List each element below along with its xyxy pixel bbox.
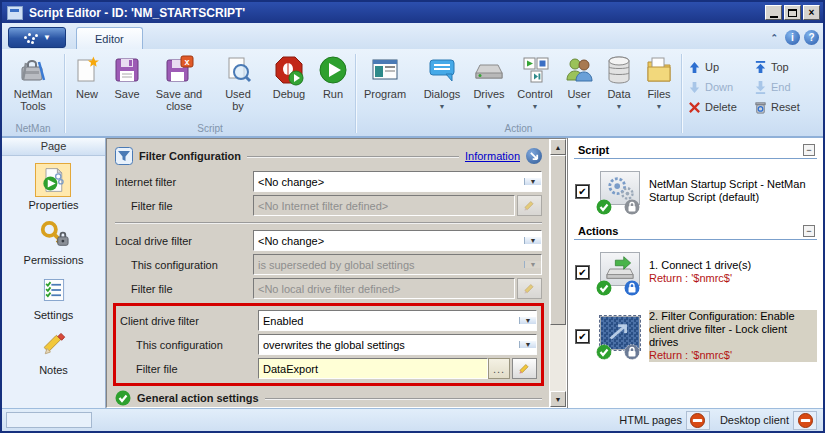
local-filter-file-row: Filter file <No local drive filter defin…	[115, 278, 542, 299]
html-pages-status[interactable]	[686, 411, 710, 430]
top-button[interactable]: Top	[750, 57, 812, 77]
chevron-down-icon: ▼	[439, 101, 446, 113]
chevron-down-icon[interactable]: ▼	[524, 178, 541, 185]
local-configuration-row: This configuration is superseded by glob…	[115, 254, 542, 275]
help-icon[interactable]: ?	[804, 30, 819, 45]
scroll-down-arrow[interactable]: ▼	[550, 391, 566, 407]
close-button[interactable]: ×	[803, 5, 820, 20]
general-action-settings-header: General action settings	[115, 390, 542, 406]
chevron-down-icon: ▼	[616, 101, 623, 113]
content-scrollbar[interactable]: ▲ ▼	[549, 139, 566, 407]
sidebar-item-settings[interactable]: Settings	[34, 273, 74, 321]
script-panel: Script − ✔	[567, 138, 823, 408]
files-button[interactable]: Files ▼	[639, 51, 679, 113]
sidebar-item-permissions[interactable]: Permissions	[24, 218, 84, 266]
sidebar-header: Page	[2, 138, 105, 156]
down-button[interactable]: Down	[684, 77, 750, 97]
ribbon-group-script: New Save	[67, 51, 353, 136]
ribbon: NetMan Tools NetMan New	[2, 49, 823, 138]
script-gears-icon	[596, 171, 642, 211]
sidebar-item-notes[interactable]: Notes	[36, 328, 72, 376]
main-area: Page Properties	[2, 138, 823, 408]
delete-button[interactable]: Delete	[684, 97, 750, 117]
lock-badge-icon	[624, 280, 640, 296]
data-button[interactable]: Data ▼	[599, 51, 639, 113]
scroll-up-arrow[interactable]: ▲	[550, 139, 566, 155]
application-menu-button[interactable]: ▼	[8, 27, 66, 48]
files-icon	[643, 54, 675, 86]
sidebar-item-properties[interactable]: Properties	[28, 163, 78, 211]
up-button[interactable]: Up	[684, 57, 750, 77]
control-button[interactable]: Control ▼	[511, 51, 559, 113]
internet-filter-file-row: Filter file <No Internet filter defined>	[115, 195, 542, 216]
desktop-client-status[interactable]	[793, 411, 817, 430]
filter-funnel-icon	[115, 147, 133, 165]
edit-pencil-button[interactable]	[517, 195, 542, 216]
run-button[interactable]: Run	[313, 51, 353, 100]
minimize-button[interactable]	[765, 5, 782, 20]
save-and-close-button[interactable]: x Save and close	[147, 51, 211, 112]
dialogs-button[interactable]: Dialogs ▼	[417, 51, 467, 113]
divider	[247, 156, 459, 157]
local-drive-filter-select[interactable]: <No change> ▼	[253, 230, 542, 251]
status-bar: HTML pages Desktop client	[2, 408, 823, 431]
reset-trash-icon	[754, 101, 767, 114]
user-button[interactable]: User ▼	[559, 51, 599, 113]
drives-icon	[473, 54, 505, 86]
collapse-ribbon-icon[interactable]: ⌃	[767, 33, 781, 43]
edit-pencil-button[interactable]	[512, 358, 537, 379]
client-drive-filter-select[interactable]: Enabled ▼	[258, 310, 537, 331]
chevron-down-icon[interactable]: ▼	[524, 237, 541, 244]
client-filter-file-input[interactable]: DataExport	[258, 358, 488, 379]
scroll-thumb[interactable]	[550, 155, 566, 325]
debug-button[interactable]: Debug	[265, 51, 313, 100]
ribbon-group-label-action: Action	[358, 122, 679, 136]
save-button[interactable]: Save	[107, 51, 147, 100]
action-checkbox[interactable]: ✔	[576, 330, 589, 343]
ribbon-group-label-netman: NetMan	[4, 122, 62, 136]
action-item-2[interactable]: ✔ 2. Filter Configuration: Enable client…	[574, 302, 817, 372]
internet-filter-select[interactable]: <No change> ▼	[253, 171, 542, 192]
actions-header: Actions −	[574, 221, 817, 240]
script-item[interactable]: ✔	[574, 163, 817, 221]
edit-pencil-button[interactable]	[517, 278, 542, 299]
delete-x-icon	[688, 101, 701, 114]
used-by-icon	[222, 54, 254, 86]
information-link[interactable]: Information	[465, 150, 520, 162]
new-button[interactable]: New	[67, 51, 107, 100]
collapse-minus-icon[interactable]: −	[803, 144, 815, 156]
action-item-label: 1. Connect 1 drive(s)	[649, 259, 751, 271]
action-checkbox[interactable]: ✔	[576, 266, 589, 279]
field-label: This configuration	[120, 339, 258, 351]
used-by-button[interactable]: Used by	[216, 51, 260, 112]
script-checkbox[interactable]: ✔	[576, 185, 589, 198]
field-label: Filter file	[120, 363, 258, 375]
action-item-1[interactable]: ✔	[574, 244, 817, 302]
reset-button[interactable]: Reset	[750, 97, 812, 117]
collapse-minus-icon[interactable]: −	[803, 225, 815, 237]
browse-button[interactable]: ...	[488, 358, 510, 379]
chevron-down-icon[interactable]: ▼	[519, 317, 536, 324]
netman-tools-button[interactable]: NetMan Tools	[4, 51, 62, 112]
new-document-icon	[71, 54, 103, 86]
client-configuration-select[interactable]: overwrites the global settings ▼	[258, 334, 537, 355]
chevron-down-icon[interactable]: ▼	[519, 341, 536, 348]
drives-button[interactable]: Drives ▼	[467, 51, 511, 113]
program-icon	[369, 54, 401, 86]
info-icon[interactable]: i	[785, 30, 800, 45]
sidebar-item-label: Properties	[28, 199, 78, 211]
toolbox-icon	[17, 54, 49, 86]
app-menu-icon	[23, 32, 39, 44]
filter-configuration-page: Filter Configuration Information Interne…	[106, 138, 567, 408]
sidebar-item-label: Permissions	[24, 254, 84, 266]
chevron-down-icon: ▼	[576, 101, 583, 113]
scroll-track[interactable]	[550, 325, 566, 391]
save-icon	[111, 54, 143, 86]
end-button[interactable]: End	[750, 77, 812, 97]
tab-editor[interactable]: Editor	[76, 27, 143, 49]
green-check-badge-icon	[596, 280, 612, 296]
program-button[interactable]: Program	[358, 51, 412, 100]
go-arrow-icon[interactable]	[526, 148, 542, 164]
maximize-button[interactable]	[784, 5, 801, 20]
sidebar-item-label: Settings	[34, 309, 74, 321]
